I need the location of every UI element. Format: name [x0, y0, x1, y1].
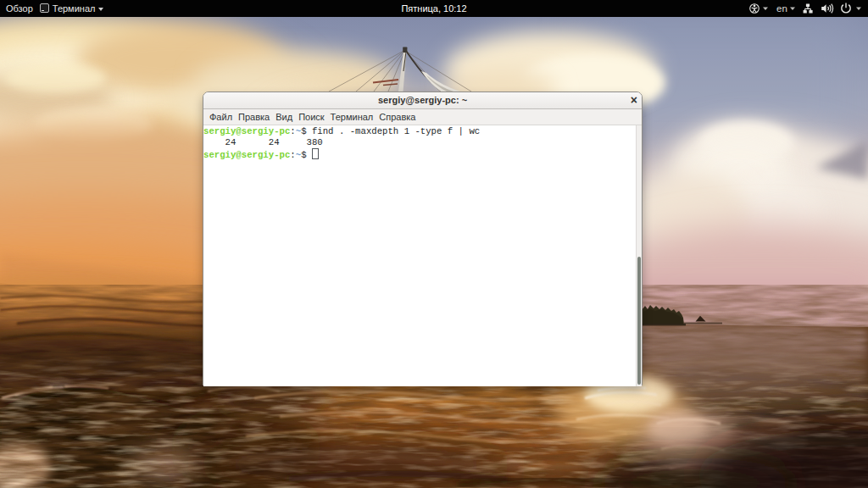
- svg-text:en: en: [776, 3, 787, 14]
